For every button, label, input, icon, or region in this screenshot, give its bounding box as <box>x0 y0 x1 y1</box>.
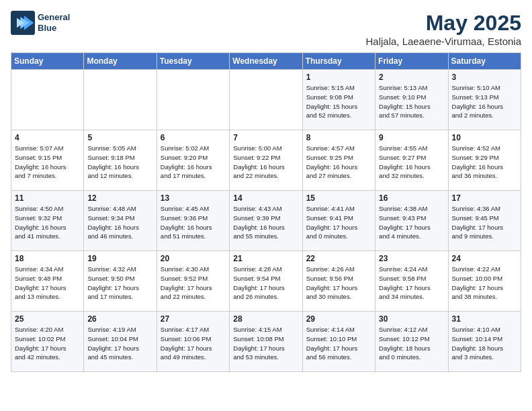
day-number: 28 <box>233 314 298 324</box>
day-info: Sunrise: 4:50 AM Sunset: 9:32 PM Dayligh… <box>15 204 80 241</box>
calendar-cell: 14Sunrise: 4:43 AM Sunset: 9:39 PM Dayli… <box>230 191 302 251</box>
day-info: Sunrise: 4:17 AM Sunset: 10:06 PM Daylig… <box>161 325 226 362</box>
day-number: 19 <box>87 254 152 263</box>
calendar-cell: 30Sunrise: 4:12 AM Sunset: 10:12 PM Dayl… <box>375 312 448 372</box>
day-info: Sunrise: 4:32 AM Sunset: 9:50 PM Dayligh… <box>87 265 152 302</box>
day-info: Sunrise: 4:45 AM Sunset: 9:36 PM Dayligh… <box>161 204 226 241</box>
calendar-cell: 21Sunrise: 4:28 AM Sunset: 9:54 PM Dayli… <box>230 251 302 312</box>
day-number: 17 <box>452 193 517 203</box>
week-row-5: 25Sunrise: 4:20 AM Sunset: 10:02 PM Dayl… <box>11 312 521 372</box>
calendar-cell: 26Sunrise: 4:19 AM Sunset: 10:04 PM Dayl… <box>84 312 157 372</box>
weekday-header-wednesday: Wednesday <box>230 53 302 70</box>
calendar-cell: 9Sunrise: 4:55 AM Sunset: 9:27 PM Daylig… <box>375 130 448 191</box>
day-info: Sunrise: 4:15 AM Sunset: 10:08 PM Daylig… <box>233 325 298 362</box>
month-title: May 2025 <box>365 11 521 36</box>
day-number: 9 <box>379 133 444 142</box>
day-number: 4 <box>15 133 80 142</box>
logo-line2: Blue <box>38 23 70 34</box>
day-info: Sunrise: 4:24 AM Sunset: 9:58 PM Dayligh… <box>379 265 444 302</box>
calendar-cell <box>230 70 302 130</box>
calendar-cell: 22Sunrise: 4:26 AM Sunset: 9:56 PM Dayli… <box>302 251 375 312</box>
day-info: Sunrise: 4:36 AM Sunset: 9:45 PM Dayligh… <box>452 204 517 241</box>
calendar-cell: 1Sunrise: 5:15 AM Sunset: 9:08 PM Daylig… <box>302 70 375 130</box>
logo-text: General Blue <box>38 12 70 33</box>
day-info: Sunrise: 5:05 AM Sunset: 9:18 PM Dayligh… <box>87 144 152 181</box>
day-number: 18 <box>15 254 80 263</box>
calendar-cell: 29Sunrise: 4:14 AM Sunset: 10:10 PM Dayl… <box>302 312 375 372</box>
calendar-cell: 15Sunrise: 4:41 AM Sunset: 9:41 PM Dayli… <box>302 191 375 251</box>
day-number: 29 <box>306 314 371 324</box>
calendar-cell: 16Sunrise: 4:38 AM Sunset: 9:43 PM Dayli… <box>375 191 448 251</box>
calendar-cell: 17Sunrise: 4:36 AM Sunset: 9:45 PM Dayli… <box>448 191 521 251</box>
day-number: 24 <box>452 254 517 263</box>
day-info: Sunrise: 4:38 AM Sunset: 9:43 PM Dayligh… <box>379 204 444 241</box>
weekday-header-tuesday: Tuesday <box>157 53 229 70</box>
weekday-header-sunday: Sunday <box>11 53 84 70</box>
weekday-header-row: SundayMondayTuesdayWednesdayThursdayFrid… <box>11 53 521 70</box>
day-info: Sunrise: 5:00 AM Sunset: 9:22 PM Dayligh… <box>233 144 298 181</box>
day-number: 8 <box>306 133 371 142</box>
calendar-cell: 24Sunrise: 4:22 AM Sunset: 10:00 PM Dayl… <box>448 251 521 312</box>
calendar-cell: 18Sunrise: 4:34 AM Sunset: 9:48 PM Dayli… <box>11 251 84 312</box>
week-row-1: 1Sunrise: 5:15 AM Sunset: 9:08 PM Daylig… <box>11 70 521 130</box>
weekday-header-friday: Friday <box>375 53 448 70</box>
day-info: Sunrise: 4:34 AM Sunset: 9:48 PM Dayligh… <box>15 265 80 302</box>
day-info: Sunrise: 5:13 AM Sunset: 9:10 PM Dayligh… <box>379 83 444 120</box>
day-number: 20 <box>161 254 226 263</box>
day-number: 23 <box>379 254 444 263</box>
day-info: Sunrise: 5:10 AM Sunset: 9:13 PM Dayligh… <box>452 83 517 120</box>
day-info: Sunrise: 4:12 AM Sunset: 10:12 PM Daylig… <box>379 325 444 362</box>
logo-line1: General <box>38 12 70 23</box>
day-info: Sunrise: 4:20 AM Sunset: 10:02 PM Daylig… <box>15 325 80 362</box>
calendar-cell: 10Sunrise: 4:52 AM Sunset: 9:29 PM Dayli… <box>448 130 521 191</box>
day-info: Sunrise: 4:19 AM Sunset: 10:04 PM Daylig… <box>87 325 152 362</box>
weekday-header-monday: Monday <box>84 53 157 70</box>
calendar-cell: 27Sunrise: 4:17 AM Sunset: 10:06 PM Dayl… <box>157 312 229 372</box>
location-title: Haljala, Laeaene-Virumaa, Estonia <box>365 36 521 47</box>
week-row-3: 11Sunrise: 4:50 AM Sunset: 9:32 PM Dayli… <box>11 191 521 251</box>
day-info: Sunrise: 4:10 AM Sunset: 10:14 PM Daylig… <box>452 325 517 362</box>
day-number: 26 <box>87 314 152 324</box>
calendar-cell: 23Sunrise: 4:24 AM Sunset: 9:58 PM Dayli… <box>375 251 448 312</box>
day-number: 27 <box>161 314 226 324</box>
day-number: 2 <box>379 73 444 82</box>
calendar-cell: 6Sunrise: 5:02 AM Sunset: 9:20 PM Daylig… <box>157 130 229 191</box>
logo-icon <box>11 11 35 35</box>
calendar-cell: 4Sunrise: 5:07 AM Sunset: 9:15 PM Daylig… <box>11 130 84 191</box>
day-info: Sunrise: 5:02 AM Sunset: 9:20 PM Dayligh… <box>161 144 226 181</box>
day-number: 10 <box>452 133 517 142</box>
calendar-cell: 19Sunrise: 4:32 AM Sunset: 9:50 PM Dayli… <box>84 251 157 312</box>
day-number: 25 <box>15 314 80 324</box>
calendar-cell: 28Sunrise: 4:15 AM Sunset: 10:08 PM Dayl… <box>230 312 302 372</box>
page-header: General Blue May 2025 Haljala, Laeaene-V… <box>11 11 521 47</box>
day-info: Sunrise: 4:48 AM Sunset: 9:34 PM Dayligh… <box>87 204 152 241</box>
calendar-cell: 31Sunrise: 4:10 AM Sunset: 10:14 PM Dayl… <box>448 312 521 372</box>
calendar-cell: 8Sunrise: 4:57 AM Sunset: 9:25 PM Daylig… <box>302 130 375 191</box>
weekday-header-thursday: Thursday <box>302 53 375 70</box>
calendar-cell <box>84 70 157 130</box>
day-number: 13 <box>161 193 226 203</box>
day-number: 12 <box>87 193 152 203</box>
day-number: 22 <box>306 254 371 263</box>
calendar-table: SundayMondayTuesdayWednesdayThursdayFrid… <box>11 52 521 372</box>
day-info: Sunrise: 4:28 AM Sunset: 9:54 PM Dayligh… <box>233 265 298 302</box>
calendar-cell <box>157 70 229 130</box>
day-info: Sunrise: 5:07 AM Sunset: 9:15 PM Dayligh… <box>15 144 80 181</box>
day-number: 5 <box>87 133 152 142</box>
calendar-cell: 25Sunrise: 4:20 AM Sunset: 10:02 PM Dayl… <box>11 312 84 372</box>
calendar-cell: 13Sunrise: 4:45 AM Sunset: 9:36 PM Dayli… <box>157 191 229 251</box>
day-number: 15 <box>306 193 371 203</box>
day-info: Sunrise: 4:55 AM Sunset: 9:27 PM Dayligh… <box>379 144 444 181</box>
calendar-cell: 20Sunrise: 4:30 AM Sunset: 9:52 PM Dayli… <box>157 251 229 312</box>
day-number: 3 <box>452 73 517 82</box>
calendar-cell <box>11 70 84 130</box>
day-number: 11 <box>15 193 80 203</box>
calendar-cell: 5Sunrise: 5:05 AM Sunset: 9:18 PM Daylig… <box>84 130 157 191</box>
logo: General Blue <box>11 11 70 35</box>
title-block: May 2025 Haljala, Laeaene-Virumaa, Eston… <box>365 11 521 47</box>
day-number: 31 <box>452 314 517 324</box>
day-info: Sunrise: 4:30 AM Sunset: 9:52 PM Dayligh… <box>161 265 226 302</box>
calendar-cell: 11Sunrise: 4:50 AM Sunset: 9:32 PM Dayli… <box>11 191 84 251</box>
day-info: Sunrise: 4:14 AM Sunset: 10:10 PM Daylig… <box>306 325 371 362</box>
day-info: Sunrise: 4:57 AM Sunset: 9:25 PM Dayligh… <box>306 144 371 181</box>
